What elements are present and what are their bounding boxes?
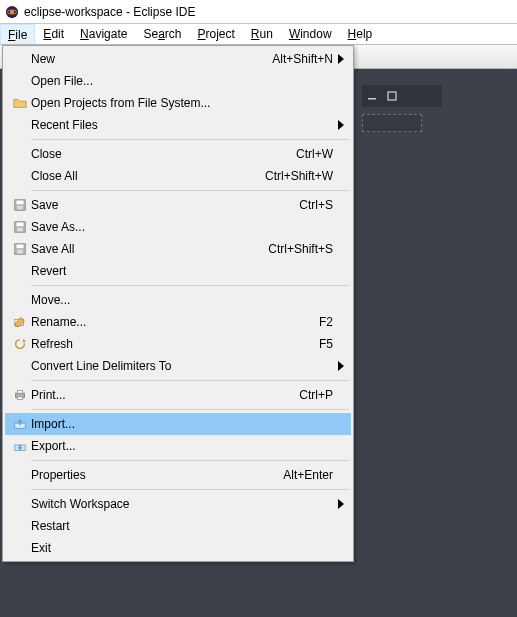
menu-item-label: Convert Line Delimiters To xyxy=(31,359,333,373)
menu-item-shortcut: Alt+Shift+N xyxy=(272,52,335,66)
menu-item-label: Open Projects from File System... xyxy=(31,96,333,110)
menu-item-shortcut: F5 xyxy=(319,337,335,351)
blank-icon xyxy=(9,517,31,535)
menu-item-shortcut: Ctrl+Shift+S xyxy=(268,242,335,256)
menu-item-shortcut: Ctrl+Shift+W xyxy=(265,169,335,183)
menu-item-label: Print... xyxy=(31,388,299,402)
blank-icon xyxy=(9,145,31,163)
menu-item-label: Move... xyxy=(31,293,333,307)
svg-rect-30 xyxy=(17,206,22,210)
refresh-icon xyxy=(9,335,31,353)
menu-item-shortcut: Ctrl+S xyxy=(299,198,335,212)
menu-item-shortcut: F2 xyxy=(319,315,335,329)
minimize-icon[interactable] xyxy=(362,86,382,106)
menu-separator xyxy=(31,139,349,140)
menu-item-recent-files[interactable]: Recent Files xyxy=(5,114,351,136)
svg-marker-38 xyxy=(23,339,27,343)
titlebar: eclipse-workspace - Eclipse IDE xyxy=(0,0,517,24)
menu-separator xyxy=(31,409,349,410)
submenu-arrow-icon xyxy=(335,499,347,509)
svg-rect-29 xyxy=(17,201,24,205)
window-title: eclipse-workspace - Eclipse IDE xyxy=(24,5,195,19)
menu-item-label: Save xyxy=(31,198,299,212)
blank-icon xyxy=(9,262,31,280)
menu-item-export[interactable]: Export... xyxy=(5,435,351,457)
maximize-icon[interactable] xyxy=(382,86,402,106)
menu-item-label: Switch Workspace xyxy=(31,497,333,511)
menu-item-label: Rename... xyxy=(31,315,319,329)
blank-icon xyxy=(9,116,31,134)
file-menu: NewAlt+Shift+NOpen File...Open Projects … xyxy=(2,45,354,562)
menu-item-save-as[interactable]: Save As... xyxy=(5,216,351,238)
svg-rect-41 xyxy=(17,391,22,394)
menu-item-close-all[interactable]: Close AllCtrl+Shift+W xyxy=(5,165,351,187)
menu-item-label: Save As... xyxy=(31,220,333,234)
folder-icon xyxy=(9,94,31,112)
menu-item-print[interactable]: Print...Ctrl+P xyxy=(5,384,351,406)
save-as-icon xyxy=(9,218,31,236)
menu-item-exit[interactable]: Exit xyxy=(5,537,351,559)
menu-item-label: New xyxy=(31,52,272,66)
menu-item-shortcut: Ctrl+W xyxy=(296,147,335,161)
blank-icon xyxy=(9,357,31,375)
menu-window[interactable]: Window xyxy=(281,24,340,44)
import-icon xyxy=(9,415,31,433)
rename-icon xyxy=(9,313,31,331)
menu-item-label: Recent Files xyxy=(31,118,333,132)
blank-icon xyxy=(9,167,31,185)
menu-item-rename[interactable]: Rename...F2 xyxy=(5,311,351,333)
menu-item-import[interactable]: Import... xyxy=(5,413,351,435)
menu-item-label: Properties xyxy=(31,468,283,482)
menubar: FileEditNavigateSearchProjectRunWindowHe… xyxy=(0,24,517,45)
menu-item-properties[interactable]: PropertiesAlt+Enter xyxy=(5,464,351,486)
blank-icon xyxy=(9,50,31,68)
menu-item-save[interactable]: SaveCtrl+S xyxy=(5,194,351,216)
menu-item-move[interactable]: Move... xyxy=(5,289,351,311)
blank-icon xyxy=(9,72,31,90)
submenu-arrow-icon xyxy=(335,120,347,130)
menu-item-label: Import... xyxy=(31,417,333,431)
eclipse-icon xyxy=(4,4,20,20)
menu-item-label: Save All xyxy=(31,242,268,256)
menu-item-label: Close All xyxy=(31,169,265,183)
menu-search[interactable]: Search xyxy=(135,24,189,44)
svg-point-2 xyxy=(10,9,14,13)
menu-item-label: Revert xyxy=(31,264,333,278)
menu-item-restart[interactable]: Restart xyxy=(5,515,351,537)
menu-item-refresh[interactable]: RefreshF5 xyxy=(5,333,351,355)
menu-item-label: Restart xyxy=(31,519,333,533)
print-icon xyxy=(9,386,31,404)
svg-rect-36 xyxy=(17,250,22,254)
menu-item-switch-ws[interactable]: Switch Workspace xyxy=(5,493,351,515)
menu-item-label: Close xyxy=(31,147,296,161)
menu-separator xyxy=(31,489,349,490)
menu-item-shortcut: Alt+Enter xyxy=(283,468,335,482)
menu-file[interactable]: File xyxy=(0,24,35,44)
submenu-arrow-icon xyxy=(335,54,347,64)
blank-icon xyxy=(9,291,31,309)
menu-item-open-projects[interactable]: Open Projects from File System... xyxy=(5,92,351,114)
save-icon xyxy=(9,196,31,214)
svg-marker-47 xyxy=(338,499,344,509)
menu-separator xyxy=(31,190,349,191)
svg-marker-26 xyxy=(338,54,344,64)
menu-separator xyxy=(31,285,349,286)
menu-item-convert-delims[interactable]: Convert Line Delimiters To xyxy=(5,355,351,377)
save-all-icon xyxy=(9,240,31,258)
export-icon xyxy=(9,437,31,455)
menu-navigate[interactable]: Navigate xyxy=(72,24,135,44)
menu-edit[interactable]: Edit xyxy=(35,24,72,44)
svg-rect-25 xyxy=(388,92,396,100)
menu-help[interactable]: Help xyxy=(340,24,381,44)
menu-item-save-all[interactable]: Save AllCtrl+Shift+S xyxy=(5,238,351,260)
blank-icon xyxy=(9,495,31,513)
menu-item-revert[interactable]: Revert xyxy=(5,260,351,282)
menu-item-new[interactable]: NewAlt+Shift+N xyxy=(5,48,351,70)
menu-run[interactable]: Run xyxy=(243,24,281,44)
menu-item-open-file[interactable]: Open File... xyxy=(5,70,351,92)
menu-item-close[interactable]: CloseCtrl+W xyxy=(5,143,351,165)
svg-rect-42 xyxy=(17,397,22,400)
menu-item-shortcut: Ctrl+P xyxy=(299,388,335,402)
menu-item-label: Export... xyxy=(31,439,333,453)
menu-project[interactable]: Project xyxy=(189,24,242,44)
